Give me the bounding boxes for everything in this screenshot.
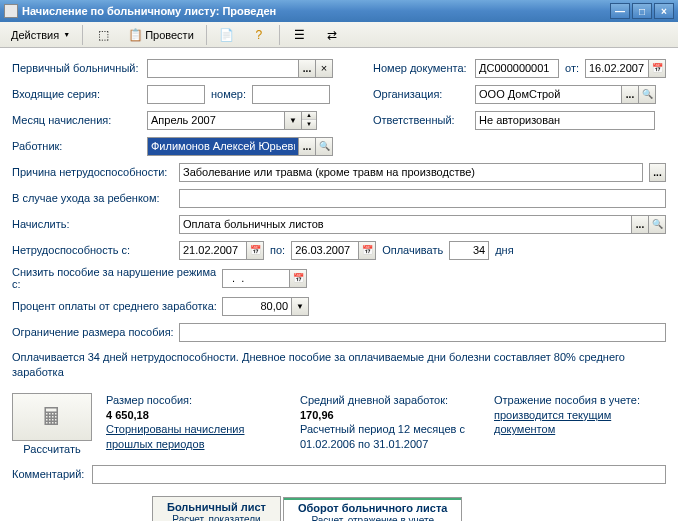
size-value: 4 650,18: [106, 408, 286, 423]
calculator-icon: 🖩: [40, 403, 64, 431]
minimize-button[interactable]: —: [610, 3, 630, 19]
reflect-label: Отражение пособия в учете:: [494, 393, 666, 408]
tab2-title: Оборот больничного листа: [298, 502, 447, 514]
settings-icon[interactable]: ⇄: [317, 24, 347, 46]
reason-select-button[interactable]: [649, 163, 666, 182]
reduce-label: Снизить пособие за нарушение режима с:: [12, 266, 222, 290]
accrue-label: Начислить:: [12, 218, 179, 230]
percent-input[interactable]: [222, 297, 292, 316]
dateto-input[interactable]: [291, 241, 359, 260]
docnum-label: Номер документа:: [373, 62, 475, 74]
org-label: Организация:: [373, 88, 475, 100]
calculate-label: Рассчитать: [12, 443, 92, 455]
size-label: Размер пособия:: [106, 393, 286, 408]
tab1-title: Больничный лист: [167, 501, 266, 513]
close-button[interactable]: ×: [654, 3, 674, 19]
toolbar-separator: [279, 25, 280, 45]
new-icon[interactable]: ⬚: [88, 24, 118, 46]
accrue-search-button[interactable]: [649, 215, 666, 234]
reduce-date-input[interactable]: [222, 269, 290, 288]
month-dropdown-button[interactable]: [285, 111, 302, 130]
month-spinner[interactable]: ▲ ▼: [302, 111, 317, 130]
org-select-button[interactable]: [622, 85, 639, 104]
days-label: дня: [495, 244, 513, 256]
datefrom-calendar-button[interactable]: 📅: [247, 241, 264, 260]
spinner-down-icon: ▼: [302, 120, 316, 128]
app-icon: [4, 4, 18, 18]
employee-search-button[interactable]: [316, 137, 333, 156]
docdate-input[interactable]: [585, 59, 649, 78]
info-text: Оплачивается 34 дней нетрудоспособности.…: [12, 350, 666, 381]
dateto-label: по:: [270, 244, 285, 256]
reflect-link[interactable]: производится текущим документом: [494, 408, 666, 438]
comment-label: Комментарий:: [12, 468, 92, 480]
org-search-button[interactable]: [639, 85, 656, 104]
toolbar-separator: [206, 25, 207, 45]
docdate-calendar-button[interactable]: 📅: [649, 59, 666, 78]
employee-input[interactable]: [147, 137, 299, 156]
reduce-calendar-button[interactable]: 📅: [290, 269, 307, 288]
paydays-input[interactable]: [449, 241, 489, 260]
paydays-label: Оплачивать: [382, 244, 443, 256]
number-label: номер:: [211, 88, 246, 100]
actions-menu[interactable]: Действия▼: [4, 26, 77, 44]
tabstrip: Больничный лист Расчет, показатели Оборо…: [12, 496, 666, 521]
docnum-input[interactable]: [475, 59, 559, 78]
childcare-label: В случае ухода за ребенком:: [12, 192, 179, 204]
storno-link[interactable]: Сторнированы начисления прошлых периодов: [106, 422, 286, 452]
limit-label: Ограничение размера пособия:: [12, 326, 179, 338]
month-label: Месяц начисления:: [12, 114, 147, 126]
post-button[interactable]: 📋Провести: [120, 24, 201, 46]
resp-input[interactable]: [475, 111, 655, 130]
maximize-button[interactable]: □: [632, 3, 652, 19]
datefrom-label: Нетрудоспособность с:: [12, 244, 179, 256]
avg-label: Средний дневной заработок:: [300, 393, 480, 408]
primary-clear-button[interactable]: [316, 59, 333, 78]
tab-turnover[interactable]: Оборот больничного листа Расчет, отражен…: [283, 497, 462, 521]
list-icon[interactable]: ☰: [285, 24, 315, 46]
primary-select-button[interactable]: [299, 59, 316, 78]
series-input[interactable]: [147, 85, 205, 104]
accrue-select-button[interactable]: [632, 215, 649, 234]
childcare-input[interactable]: [179, 189, 666, 208]
from-label: от:: [565, 62, 579, 74]
tab2-sub: Расчет, отражение в учете: [298, 515, 447, 521]
reason-label: Причина нетрудоспособности:: [12, 166, 179, 178]
calculate-button[interactable]: 🖩: [12, 393, 92, 441]
employee-select-button[interactable]: [299, 137, 316, 156]
dateto-calendar-button[interactable]: 📅: [359, 241, 376, 260]
wizard-icon[interactable]: 📄: [212, 24, 242, 46]
percent-dropdown-button[interactable]: [292, 297, 309, 316]
datefrom-input[interactable]: [179, 241, 247, 260]
primary-label: Первичный больничный:: [12, 62, 147, 74]
accrue-input[interactable]: [179, 215, 632, 234]
percent-label: Процент оплаты от среднего заработка:: [12, 300, 222, 312]
spinner-up-icon: ▲: [302, 112, 316, 121]
series-label: Входящие серия:: [12, 88, 147, 100]
tab1-sub: Расчет, показатели: [167, 514, 266, 521]
comment-input[interactable]: [92, 465, 666, 484]
help-icon[interactable]: ?: [244, 24, 274, 46]
resp-label: Ответственный:: [373, 114, 475, 126]
toolbar-separator: [82, 25, 83, 45]
avg-value: 170,96: [300, 408, 480, 423]
window-titlebar: Начисление по больничному листу: Проведе…: [0, 0, 678, 22]
reason-input[interactable]: [179, 163, 643, 182]
window-title: Начисление по больничному листу: Проведе…: [22, 5, 610, 17]
toolbar: Действия▼ ⬚ 📋Провести 📄 ? ☰ ⇄: [0, 22, 678, 48]
period-text: Расчетный период 12 месяцев с 01.02.2006…: [300, 422, 480, 452]
employee-label: Работник:: [12, 140, 147, 152]
primary-input[interactable]: [147, 59, 299, 78]
limit-input[interactable]: [179, 323, 666, 342]
tab-sick-leave[interactable]: Больничный лист Расчет, показатели: [152, 496, 281, 521]
form-content: Первичный больничный: Входящие серия: но…: [0, 48, 678, 521]
number-input[interactable]: [252, 85, 330, 104]
month-input[interactable]: [147, 111, 285, 130]
org-input[interactable]: [475, 85, 622, 104]
